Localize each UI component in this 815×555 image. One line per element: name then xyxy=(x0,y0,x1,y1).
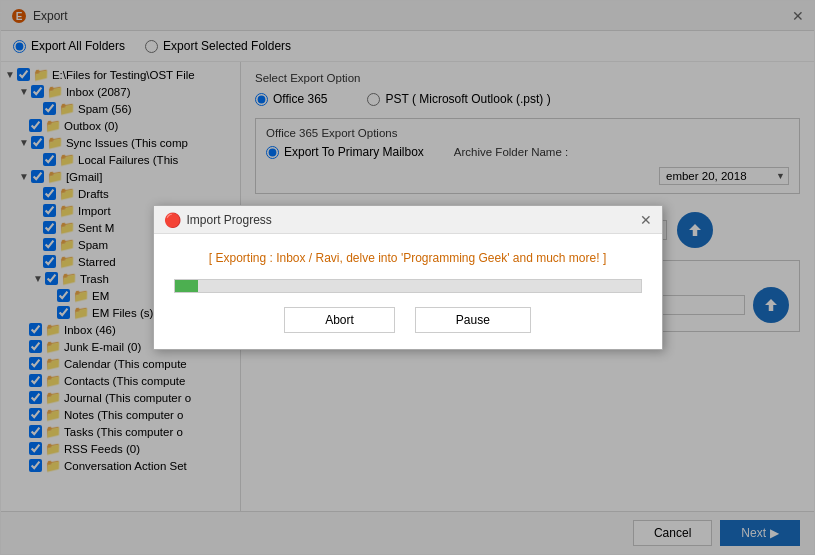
progress-bar-fill xyxy=(175,280,198,292)
modal-title: Import Progress xyxy=(187,213,272,227)
modal-button-row: Abort Pause xyxy=(174,307,642,333)
modal-title-bar: 🔴 Import Progress ✕ xyxy=(154,206,662,234)
main-window: E Export ✕ Export All Folders Export Sel… xyxy=(0,0,815,555)
modal-app-icon: 🔴 xyxy=(164,212,181,228)
modal-title-left: 🔴 Import Progress xyxy=(164,212,272,228)
abort-button[interactable]: Abort xyxy=(284,307,395,333)
modal-body: [ Exporting : Inbox / Ravi, delve into '… xyxy=(154,234,662,349)
modal-close-button[interactable]: ✕ xyxy=(640,212,652,228)
pause-button[interactable]: Pause xyxy=(415,307,531,333)
modal-overlay: 🔴 Import Progress ✕ [ Exporting : Inbox … xyxy=(1,1,814,554)
progress-bar-container xyxy=(174,279,642,293)
import-progress-modal: 🔴 Import Progress ✕ [ Exporting : Inbox … xyxy=(153,205,663,350)
progress-message: [ Exporting : Inbox / Ravi, delve into '… xyxy=(174,250,642,267)
